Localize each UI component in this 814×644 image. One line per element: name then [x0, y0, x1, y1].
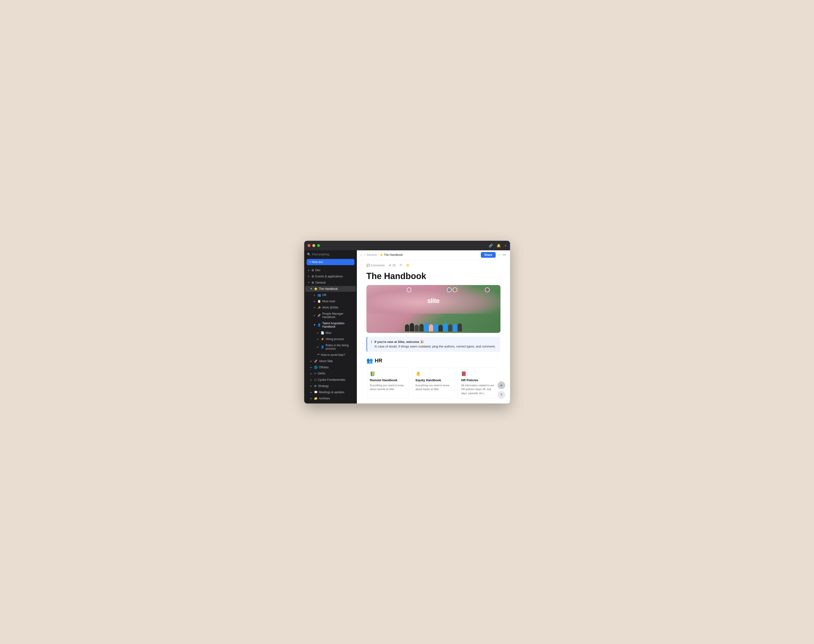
timer-button[interactable]: ⏱	[400, 264, 402, 267]
share-button[interactable]: Share	[481, 252, 495, 258]
sidebar-item-label: Archives	[319, 397, 330, 400]
views-number: 35	[392, 264, 396, 267]
sidebar-item-events[interactable]: ▶ ⊞ Events & applications	[305, 273, 356, 279]
sidebar-item-label: The Handbook	[319, 287, 338, 291]
sidebar-item-okrs[interactable]: ▶ ✂ OKRs	[305, 371, 356, 376]
remote-handbook-icon: 📗	[370, 371, 406, 376]
card-offsite-handbook[interactable]: 🔥 Offsite Handbook Everything related to…	[435, 403, 500, 403]
close-button[interactable]	[308, 244, 310, 247]
strategy-icon: ⚙	[314, 384, 317, 388]
sidebar-item-general[interactable]: ▶ ⊞ General	[305, 280, 356, 285]
search-placeholder: Find anything	[312, 253, 330, 256]
okrs-icon: ✂	[314, 372, 316, 375]
hr-section-title: HR	[375, 357, 382, 364]
comments-button[interactable]: 💬 Comments	[366, 264, 385, 267]
sidebar-item-the-handbook[interactable]: ▶ ⭐ The Handbook	[305, 286, 356, 292]
hr-policies-icon: 📕	[461, 371, 497, 376]
chevron-icon: ▶	[317, 332, 319, 334]
remote-handbook-title: Remote Handbook	[370, 378, 406, 382]
menu-icon[interactable]: ≡	[504, 244, 506, 247]
sidebar-item-growth[interactable]: ▶ ⊞ Growth	[305, 402, 356, 403]
hr-policies-desc: All information related to our HR polici…	[461, 383, 497, 396]
sidebar-item-dev[interactable]: ▶ ⊞ Dev	[305, 267, 356, 273]
comment-icon: 💬	[366, 264, 370, 267]
new-doc-button[interactable]: + New doc	[307, 259, 354, 265]
sidebar-item-label: About Slite	[319, 359, 333, 363]
sidebar-item-label: Talent Acquisition Handbook	[322, 322, 353, 328]
chevron-icon: ▶	[310, 360, 312, 362]
hero-logo: slite	[427, 297, 440, 304]
sidebar-item-avoid-bias[interactable]: ❝❞ How to avoid bias?	[305, 352, 356, 358]
chevron-icon: ▶	[310, 379, 312, 381]
bell-icon[interactable]: 🔔	[497, 244, 501, 247]
chevron-icon: ▶	[310, 391, 312, 393]
sidebar-item-archives[interactable]: ▶ 📁 Archives	[305, 396, 356, 401]
card-hr-policies[interactable]: 📕 HR Policies All information related to…	[458, 368, 500, 399]
hr-section-icon: 👥	[366, 357, 373, 364]
star-button[interactable]: ☆	[498, 253, 501, 257]
doc-toolbar: 💬 Comments 👁 35 ⏱ 📁	[366, 264, 500, 267]
chevron-icon: ▶	[310, 288, 312, 290]
chevron-icon: ▶	[308, 269, 310, 271]
breadcrumb-general[interactable]: General	[367, 253, 377, 256]
info-text-body: In case of doubt, if things seem outdate…	[374, 345, 496, 348]
card-remote-handbook[interactable]: 📗 Remote Handbook Everything you need to…	[366, 368, 409, 399]
sidebar-item-meetings[interactable]: ▶ 💬 Meetings & updates	[305, 389, 356, 395]
bias-icon: ❝❞	[317, 353, 319, 356]
sidebar-item-misc[interactable]: ▶ 📄 Misc	[305, 330, 356, 336]
sidebar-item-work-slite[interactable]: ▶ ✨ Work @Slite	[305, 305, 356, 310]
info-text-bold: If you're new at Slite, welcome 🎉	[374, 340, 424, 343]
card-equity-handbook[interactable]: 🤚 Equity Handbook Everything you need to…	[412, 368, 455, 399]
sidebar-item-label: HR	[322, 293, 327, 297]
more-options-button[interactable]: •••	[503, 253, 506, 257]
equity-handbook-icon: 🤚	[415, 371, 451, 376]
maximize-button[interactable]	[317, 244, 320, 247]
float-buttons: ● ?	[498, 382, 505, 399]
nav-back-button[interactable]: ‹	[361, 253, 362, 257]
sidebar-item-hiring-process[interactable]: ▶ ⚡ Hiring process	[305, 336, 356, 342]
sidebar-item-label: Offsites	[319, 366, 329, 369]
about-icon: 🚀	[314, 359, 317, 363]
sidebar-item-people-manager[interactable]: ▶ 🚀 People Manager Handbook	[305, 311, 356, 320]
sidebar-item-offsites[interactable]: ▶ 🌐 Offsites	[305, 365, 356, 370]
sidebar-item-label: Work @Slite	[322, 306, 339, 309]
float-action-button[interactable]: ●	[498, 382, 505, 389]
chevron-icon: ▶	[313, 324, 316, 326]
equity-handbook-desc: Everything you need to know about equity…	[415, 383, 451, 391]
folder-button[interactable]: 📁	[406, 264, 410, 267]
sidebar-item-label: Events & applications	[316, 275, 343, 278]
card-contractor-handbook[interactable]: 🤑 Contractor Handbook Are you a contract…	[366, 403, 432, 403]
archives-icon: 📁	[314, 397, 317, 400]
sidebar-item-talent-acquisition[interactable]: ▶ 👤 Talent Acquisition Handbook	[305, 320, 356, 330]
sidebar-item-hr[interactable]: ▶ 👥 HR	[305, 292, 356, 298]
app-window: 🔗 🔔 ≡ 🔍 Find anything + New doc ▶ ⊞ Dev …	[304, 241, 510, 403]
link-icon[interactable]: 🔗	[489, 244, 493, 247]
sidebar-item-label: How to avoid bias?	[321, 353, 345, 357]
sidebar-item-roles-hiring[interactable]: ▶ 👤 Roles in the hiring process	[305, 342, 356, 351]
breadcrumb-sep: /	[378, 253, 379, 256]
minimize-button[interactable]	[312, 244, 315, 247]
nav-forward-button[interactable]: ›	[363, 253, 365, 257]
equity-handbook-title: Equity Handbook	[415, 378, 451, 382]
dev-icon: ⊞	[312, 268, 314, 272]
chevron-icon: ▶	[314, 314, 316, 317]
folder-icon: 📁	[406, 264, 410, 267]
titlebar: 🔗 🔔 ≡	[304, 241, 510, 250]
sidebar-item-cycles[interactable]: ▶ ⬡ Cycles Fundamentals	[305, 377, 356, 383]
sidebar: 🔍 Find anything + New doc ▶ ⊞ Dev ▶ ⊞ Ev…	[304, 250, 357, 403]
topbar: ‹ › General / ⭐ The Handbook Share ☆ •••	[357, 250, 510, 260]
sidebar-item-about-slite[interactable]: ▶ 🚀 About Slite	[305, 358, 356, 364]
info-box: ℹ If you're new at Slite, welcome 🎉 In c…	[366, 337, 500, 352]
sidebar-item-label: General	[316, 281, 326, 284]
search-bar[interactable]: 🔍 Find anything	[304, 250, 357, 258]
sidebar-item-must-read[interactable]: ▶ 📋 Must read	[305, 298, 356, 304]
search-icon: 🔍	[307, 253, 311, 256]
meetings-icon: 💬	[314, 391, 317, 394]
help-button[interactable]: ?	[498, 391, 505, 399]
sidebar-item-strategy[interactable]: ▶ ⚙ Strategy	[305, 383, 356, 389]
comments-label: Comments	[371, 264, 385, 267]
sidebar-item-label: Strategy	[318, 384, 329, 388]
breadcrumb-handbook[interactable]: ⭐ The Handbook	[380, 253, 403, 256]
hr-policies-title: HR Policies	[461, 378, 497, 382]
chevron-icon: ▶	[314, 294, 316, 296]
